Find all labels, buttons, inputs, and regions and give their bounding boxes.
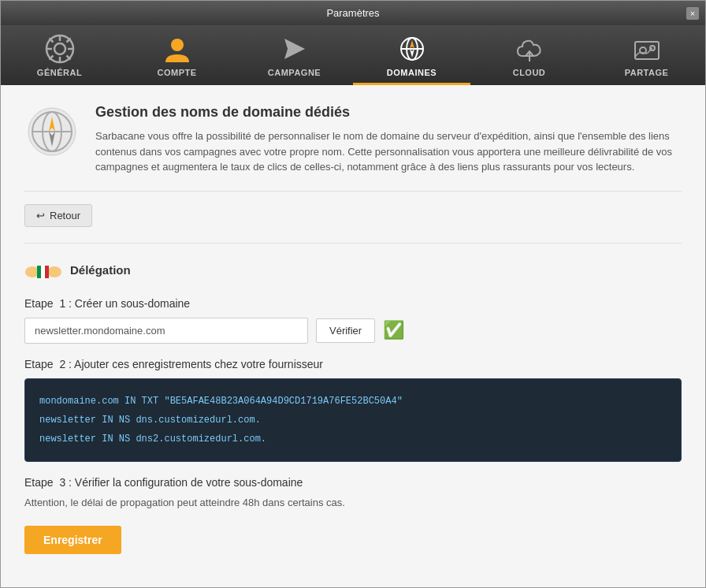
delegation-title: Délégation <box>70 263 131 277</box>
delegation-header: Délégation <box>24 256 682 285</box>
dns-line-3: newsletter IN NS dns2.customizedurl.com. <box>39 430 667 448</box>
svg-rect-31 <box>41 266 45 278</box>
svg-point-1 <box>54 43 65 54</box>
svg-rect-32 <box>45 266 49 278</box>
tab-compte-label: COMPTE <box>157 68 196 77</box>
tab-partage[interactable]: PARTAGE <box>588 25 705 85</box>
partage-icon <box>631 33 663 65</box>
verified-check-icon: ✅ <box>383 320 404 341</box>
page-title: Gestion des noms de domaine dédiés <box>95 104 682 121</box>
svg-rect-30 <box>37 266 41 278</box>
window-title: Paramètres <box>326 7 379 19</box>
propagation-warning: Attention, le délai de propagation peut … <box>24 497 682 508</box>
tab-domaines[interactable]: DOMAINES <box>353 25 470 85</box>
compte-icon <box>162 33 193 65</box>
dns-line-2: newsletter IN NS dns.customizedurl.com. <box>39 411 667 430</box>
back-arrow-icon: ↩ <box>36 210 45 221</box>
campagne-icon <box>279 33 310 65</box>
tab-campagne[interactable]: CAMPAGNE <box>236 25 353 85</box>
tab-bar: GÉNÉRAL COMPTE CAMPAGNE <box>1 25 705 85</box>
tab-general-label: GÉNÉRAL <box>37 68 82 77</box>
tab-cloud-label: CLOUD <box>513 68 546 77</box>
delegation-icon <box>24 256 62 285</box>
svg-marker-16 <box>410 40 414 49</box>
step1-input-row: Vérifier ✅ <box>24 318 682 344</box>
svg-marker-17 <box>410 49 414 58</box>
subdomain-input[interactable] <box>24 318 308 344</box>
content-area: Gestion des noms de domaine dédiés Sarba… <box>1 85 705 587</box>
svg-point-29 <box>47 266 61 277</box>
cloud-icon <box>514 33 545 65</box>
main-window: Paramètres × GÉNÉRAL <box>0 0 706 588</box>
domaines-icon <box>396 33 428 65</box>
tab-general[interactable]: GÉNÉRAL <box>1 25 118 85</box>
tab-partage-label: PARTAGE <box>625 68 669 77</box>
dns-line-1: mondomaine.com IN TXT "BE5AFAE48B23A064A… <box>39 392 667 411</box>
step1-title: Etape 1 : Créer un sous-domaine <box>24 297 682 310</box>
divider-2 <box>24 243 682 244</box>
back-button[interactable]: ↩ Retour <box>24 204 92 227</box>
back-button-label: Retour <box>50 210 80 221</box>
save-button[interactable]: Enregistrer <box>24 526 121 554</box>
header-domain-icon <box>24 104 80 159</box>
step3-title: Etape 3 : Vérifier la configuration de v… <box>24 476 682 489</box>
tab-compte[interactable]: COMPTE <box>118 25 236 85</box>
title-bar: Paramètres × <box>1 1 705 25</box>
header-section: Gestion des noms de domaine dédiés Sarba… <box>24 104 682 175</box>
tab-campagne-label: CAMPAGNE <box>268 68 321 77</box>
divider-1 <box>24 191 682 192</box>
close-button[interactable]: × <box>686 7 699 20</box>
tab-cloud[interactable]: CLOUD <box>470 25 588 85</box>
step2-title: Etape 2 : Ajouter ces enregistrements ch… <box>24 358 682 370</box>
dns-records-box: mondomaine.com IN TXT "BE5AFAE48B23A064A… <box>24 378 682 462</box>
tab-domaines-label: DOMAINES <box>387 68 437 77</box>
general-icon <box>44 33 76 65</box>
svg-point-10 <box>171 39 184 51</box>
page-description: Sarbacane vous offre la possibilité de p… <box>95 128 682 175</box>
verify-button[interactable]: Vérifier <box>316 318 375 343</box>
header-text-block: Gestion des noms de domaine dédiés Sarba… <box>95 104 682 175</box>
